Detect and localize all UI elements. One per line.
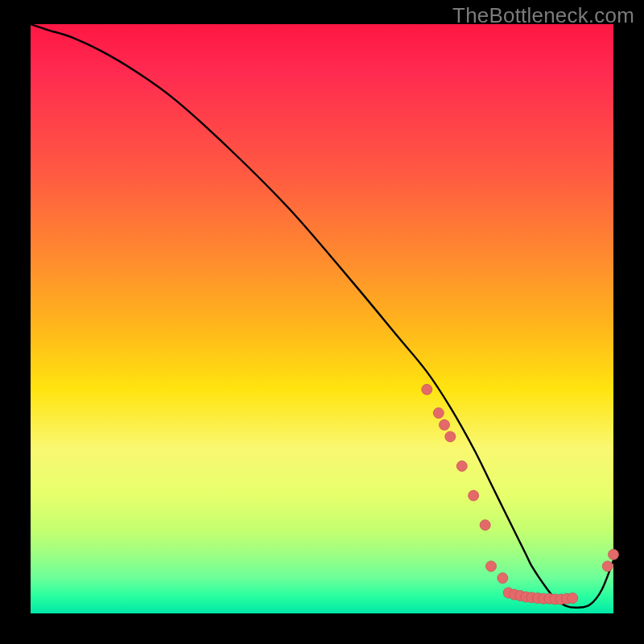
chart-container: TheBottleneck.com <box>0 0 644 644</box>
data-point <box>602 561 613 572</box>
data-point <box>469 490 479 501</box>
data-point <box>486 561 497 572</box>
data-point <box>445 431 456 442</box>
data-point <box>422 384 432 394</box>
data-point <box>568 593 578 604</box>
curve-svg <box>31 24 613 613</box>
data-point <box>609 549 619 559</box>
data-point <box>433 408 444 419</box>
bottleneck-curve <box>31 24 613 608</box>
data-points <box>422 384 619 605</box>
data-point <box>497 573 508 584</box>
plot-area <box>31 24 613 613</box>
data-point <box>440 419 450 430</box>
watermark-text: TheBottleneck.com <box>452 3 634 28</box>
data-point <box>456 461 467 472</box>
data-point <box>480 520 490 530</box>
